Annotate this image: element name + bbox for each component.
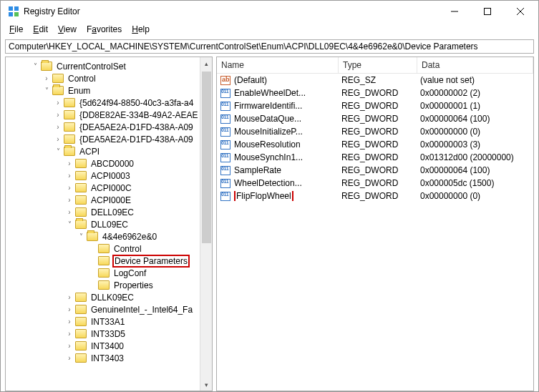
value-row[interactable]: MouseInitializeP...REG_DWORD0x00000000 (… [217, 125, 533, 138]
tree-item-label: Device Parameters [112, 255, 190, 268]
chevron-right-icon[interactable]: › [53, 99, 63, 107]
tree-item[interactable]: ›{5d624f94-8850-40c3-a3fa-a4 [6, 97, 212, 109]
tree-item[interactable]: ›INT33A1 [6, 315, 212, 328]
address-bar[interactable]: Computer\HKEY_LOCAL_MACHINE\SYSTEM\Curre… [5, 39, 534, 54]
reg-sz-icon [220, 75, 231, 85]
tree-item-label: INT33A1 [89, 317, 126, 327]
tree-item[interactable]: ›DELL09EC [6, 206, 212, 218]
menu-help[interactable]: Help [127, 24, 154, 35]
tree-item[interactable]: Device Parameters [6, 255, 212, 267]
chevron-right-icon[interactable]: › [64, 342, 74, 350]
tree-item[interactable]: ›INT3400 [6, 340, 212, 352]
chevron-right-icon[interactable]: › [53, 135, 63, 143]
chevron-right-icon[interactable]: › [53, 111, 63, 119]
value-row[interactable]: SampleRateREG_DWORD0x00000064 (100) [217, 164, 533, 177]
value-row[interactable]: FirmwareIdentifi...REG_DWORD0x00000001 (… [217, 99, 533, 112]
chevron-down-icon[interactable]: ˅ [30, 62, 40, 70]
value-data: 0x00000000 (0) [416, 191, 533, 201]
folder-icon [75, 293, 87, 302]
chevron-down-icon[interactable]: ˅ [42, 87, 52, 94]
value-data: 0x01312d00 (20000000) [416, 152, 533, 162]
folder-icon [75, 329, 87, 338]
folder-icon [75, 195, 87, 205]
value-name: MouseDataQue... [234, 114, 337, 124]
tree-item[interactable]: ›{DD8E82AE-334B-49A2-AEAE [6, 109, 212, 121]
tree-item[interactable]: ›ACPI000C [6, 182, 212, 194]
tree-item[interactable]: ›INT3403 [6, 352, 212, 364]
col-name[interactable]: Name [217, 57, 339, 73]
tree-item-label: ACPI000C [89, 183, 133, 193]
menubar: File Edit View Favorites Help [1, 22, 538, 36]
chevron-right-icon[interactable]: › [64, 208, 74, 216]
tree-item[interactable]: ˅CurrentControlSet [6, 60, 212, 72]
chevron-right-icon[interactable]: › [64, 172, 74, 180]
tree-item-label: {5d624f94-8850-40c3-a3fa-a4 [78, 98, 195, 108]
scroll-up-icon[interactable]: ▴ [200, 57, 213, 69]
tree-item[interactable]: ›GenuineIntel_-_Intel64_Fa [6, 303, 212, 315]
value-type: REG_DWORD [337, 127, 416, 137]
close-button[interactable] [504, 1, 537, 22]
tree-item[interactable]: ›ABCD0000 [6, 157, 212, 170]
folder-icon [75, 305, 87, 314]
chevron-right-icon[interactable]: › [53, 123, 63, 131]
tree-item[interactable]: ›INT33D5 [6, 328, 212, 340]
reg-dword-icon [220, 127, 231, 137]
tree-item[interactable]: ›ACPI000E [6, 194, 212, 206]
tree-item[interactable]: ˅4&4e6962e&0 [6, 230, 212, 242]
menu-file[interactable]: File [5, 24, 27, 35]
menu-view[interactable]: View [54, 24, 81, 35]
maximize-button[interactable] [471, 1, 504, 22]
tree-item[interactable]: ˅Enum [6, 84, 212, 97]
list-body[interactable]: (Default)REG_SZ(value not set)EnableWhee… [217, 74, 533, 202]
value-type: REG_DWORD [337, 139, 416, 150]
chevron-right-icon[interactable]: › [64, 318, 74, 325]
scroll-thumb[interactable] [202, 72, 211, 243]
reg-dword-icon [220, 139, 231, 150]
menu-favorites[interactable]: Favorites [82, 24, 126, 35]
tree-item[interactable]: Properties [6, 279, 212, 291]
chevron-right-icon[interactable]: › [64, 184, 74, 192]
col-data[interactable]: Data [417, 57, 533, 73]
menu-edit[interactable]: Edit [29, 24, 52, 35]
value-type: REG_DWORD [337, 88, 416, 98]
chevron-right-icon[interactable]: › [64, 305, 74, 313]
tree-item[interactable]: ›{DEA5AE2A-D1FD-438A-A09 [6, 121, 212, 133]
tree-item[interactable]: ˅ACPI [6, 145, 212, 157]
tree[interactable]: ˅CurrentControlSet›Control˅Enum›{5d624f9… [6, 57, 212, 367]
chevron-right-icon[interactable]: › [42, 74, 52, 82]
chevron-right-icon[interactable]: › [64, 196, 74, 204]
chevron-right-icon[interactable]: › [64, 293, 74, 301]
chevron-right-icon[interactable]: › [64, 330, 74, 338]
list-pane: Name Type Data (Default)REG_SZ(value not… [216, 57, 534, 391]
value-row[interactable]: MouseSynchIn1...REG_DWORD0x01312d00 (200… [217, 151, 533, 164]
value-row[interactable]: MouseResolutionREG_DWORD0x00000003 (3) [217, 138, 533, 151]
tree-item[interactable]: Control [6, 242, 212, 255]
tree-item[interactable]: ›DLLK09EC [6, 291, 212, 303]
reg-dword-icon [220, 114, 231, 124]
chevron-right-icon[interactable]: › [64, 160, 74, 167]
tree-item-label: ACPI [78, 147, 101, 157]
value-row[interactable]: (Default)REG_SZ(value not set) [217, 74, 533, 87]
value-data: 0x00000001 (1) [416, 101, 533, 111]
value-row[interactable]: EnableWheelDet...REG_DWORD0x00000002 (2) [217, 87, 533, 99]
value-data: 0x00000002 (2) [416, 88, 533, 98]
tree-item[interactable]: ›Control [6, 72, 212, 84]
tree-scrollbar[interactable]: ▴ ▾ [200, 57, 212, 391]
minimize-button[interactable] [438, 1, 471, 22]
chevron-down-icon[interactable]: ˅ [53, 147, 63, 155]
tree-item[interactable]: LogConf [6, 267, 212, 279]
scroll-down-icon[interactable]: ▾ [200, 378, 213, 391]
value-row[interactable]: FlipFlopWheelREG_DWORD0x00000000 (0) [217, 190, 533, 202]
chevron-down-icon[interactable]: ˅ [76, 232, 86, 240]
chevron-right-icon[interactable]: › [64, 354, 74, 362]
chevron-down-icon[interactable]: ˅ [64, 220, 74, 228]
svg-rect-2 [9, 12, 13, 16]
value-row[interactable]: WheelDetection...REG_DWORD0x000005dc (15… [217, 177, 533, 190]
col-type[interactable]: Type [339, 57, 417, 73]
tree-item[interactable]: ›{DEA5AE2A-D1FD-438A-A09 [6, 133, 212, 145]
value-row[interactable]: MouseDataQue...REG_DWORD0x00000064 (100) [217, 112, 533, 125]
tree-item[interactable]: ›ACPI0003 [6, 170, 212, 182]
value-type: REG_DWORD [337, 114, 416, 124]
tree-item[interactable]: ˅DLL09EC [6, 218, 212, 230]
folder-icon [64, 98, 75, 107]
